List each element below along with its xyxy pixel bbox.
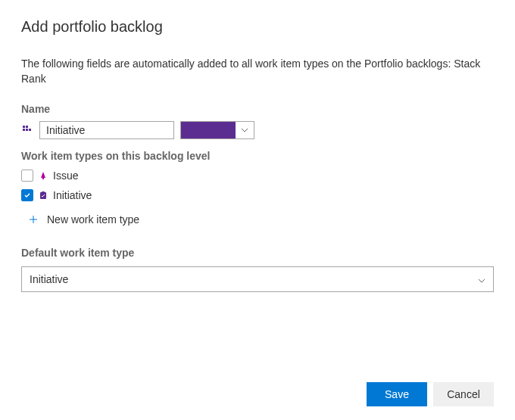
svg-rect-3	[26, 129, 28, 131]
work-item-type-label: Issue	[53, 170, 78, 182]
clipboard-icon	[38, 190, 48, 201]
plus-icon	[27, 213, 39, 226]
svg-rect-7	[42, 191, 45, 193]
backlog-level-icon	[21, 124, 33, 136]
description-text: The following fields are automatically a…	[21, 57, 494, 86]
work-item-type-item: Issue	[21, 168, 494, 183]
checkbox-initiative[interactable]	[21, 189, 33, 201]
page-title: Add portfolio backlog	[21, 18, 494, 36]
work-item-type-list: Issue Initiative	[21, 168, 494, 203]
svg-rect-5	[42, 178, 44, 179]
svg-rect-4	[29, 129, 31, 131]
name-row	[21, 121, 494, 139]
color-swatch	[181, 122, 236, 138]
work-item-type-item: Initiative	[21, 188, 494, 203]
work-item-types-label: Work item types on this backlog level	[21, 150, 494, 162]
dialog-footer: Save Cancel	[367, 382, 494, 406]
svg-rect-0	[23, 126, 25, 128]
name-input[interactable]	[39, 121, 174, 139]
issue-icon	[38, 170, 48, 181]
default-work-item-type-label: Default work item type	[21, 247, 494, 259]
work-item-type-label: Initiative	[53, 189, 92, 201]
default-select-value: Initiative	[30, 273, 68, 285]
color-picker[interactable]	[180, 121, 254, 139]
default-work-item-type-select[interactable]: Initiative	[21, 266, 494, 292]
chevron-down-icon	[236, 122, 254, 138]
svg-rect-1	[26, 126, 28, 128]
checkbox-issue[interactable]	[21, 170, 33, 182]
svg-rect-2	[23, 129, 25, 131]
cancel-button[interactable]: Cancel	[433, 382, 494, 406]
add-work-item-type-label: New work item type	[47, 213, 139, 226]
save-button[interactable]: Save	[367, 382, 427, 406]
chevron-down-icon	[478, 273, 485, 285]
name-label: Name	[21, 103, 494, 115]
add-work-item-type-button[interactable]: New work item type	[21, 209, 494, 230]
